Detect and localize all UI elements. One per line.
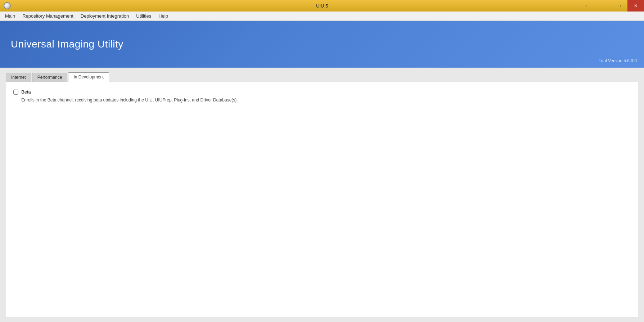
window-title: UIU 5 xyxy=(316,3,328,9)
beta-label[interactable]: Beta xyxy=(21,89,31,95)
beta-checkbox[interactable] xyxy=(13,90,18,95)
beta-description: Enrolls in the Beta channel, receiving b… xyxy=(21,97,631,103)
menu-item-utilities[interactable]: Utilities xyxy=(132,13,155,19)
maximize-button[interactable]: □ xyxy=(611,0,627,12)
menu-item-repository-management[interactable]: Repository Management xyxy=(19,13,77,19)
tab-in-development[interactable]: In Development xyxy=(68,72,109,82)
minimize-button[interactable]: — xyxy=(594,0,611,12)
header-version: Trial Version 5.6.0.0 xyxy=(599,58,637,63)
close-button[interactable]: ✕ xyxy=(627,0,644,12)
beta-label-row: Beta xyxy=(13,89,631,95)
app-icon xyxy=(4,2,11,9)
menu-item-deployment-integration[interactable]: Deployment Integration xyxy=(77,13,132,19)
menu-item-help[interactable]: Help xyxy=(155,13,172,19)
header-title: Universal Imaging Utility xyxy=(11,38,123,50)
main-content: Internet Performance In Development Beta… xyxy=(0,68,644,322)
menu-bar: Main Repository Management Deployment In… xyxy=(0,12,644,21)
menu-item-main[interactable]: Main xyxy=(1,13,19,19)
tabs-header: Internet Performance In Development xyxy=(6,72,638,82)
restore-button[interactable]: ↔ xyxy=(578,0,594,12)
tab-internet[interactable]: Internet xyxy=(6,73,31,82)
header-banner: Universal Imaging Utility Trial Version … xyxy=(0,21,644,68)
title-bar: UIU 5 ↔ — □ ✕ xyxy=(0,0,644,12)
window-controls: ↔ — □ ✕ xyxy=(578,0,644,12)
tab-performance[interactable]: Performance xyxy=(32,73,68,82)
tab-panel-in-development: Beta Enrolls in the Beta channel, receiv… xyxy=(6,82,638,317)
beta-section: Beta Enrolls in the Beta channel, receiv… xyxy=(13,89,631,103)
